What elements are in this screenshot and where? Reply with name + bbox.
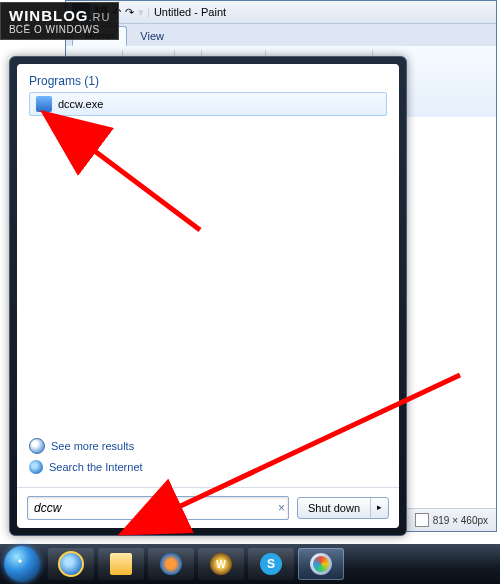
taskbar-wow[interactable]: W xyxy=(198,548,244,580)
paint-titlebar[interactable]: 💾 ↶ ↷ ▾ | Untitled - Paint xyxy=(66,1,496,24)
folder-icon xyxy=(110,553,132,575)
tab-view[interactable]: View xyxy=(127,26,177,46)
start-button[interactable] xyxy=(4,546,40,582)
taskbar-explorer[interactable] xyxy=(98,548,144,580)
search-internet-link[interactable]: Search the Internet xyxy=(29,457,387,477)
skype-icon: S xyxy=(260,553,282,575)
taskbar-skype[interactable]: S xyxy=(248,548,294,580)
shutdown-button-group: Shut down ▸ xyxy=(297,497,389,519)
taskbar-ie[interactable] xyxy=(48,548,94,580)
canvas-dimensions: 819 × 460px xyxy=(433,515,488,526)
clear-search-icon[interactable]: × xyxy=(278,501,285,515)
watermark-tagline: ВСЁ О WINDOWS xyxy=(9,24,110,35)
qat-redo-icon[interactable]: ↷ xyxy=(125,6,134,19)
program-icon xyxy=(36,96,52,112)
wow-icon: W xyxy=(210,553,232,575)
dimensions-icon xyxy=(415,513,429,527)
search-result-label: dccw.exe xyxy=(58,98,103,110)
search-input[interactable] xyxy=(27,496,289,520)
paint-icon xyxy=(310,553,332,575)
ie-icon xyxy=(58,551,84,577)
taskbar-wmp[interactable] xyxy=(148,548,194,580)
search-category-programs: Programs (1) xyxy=(29,74,387,88)
search-result-dccw[interactable]: dccw.exe xyxy=(29,92,387,116)
search-icon xyxy=(29,438,45,454)
watermark-brand: WINBLOG xyxy=(9,7,89,24)
paint-title: Untitled - Paint xyxy=(154,6,226,18)
start-menu: Programs (1) dccw.exe See more results S… xyxy=(9,56,407,536)
shutdown-button[interactable]: Shut down xyxy=(298,498,371,518)
shutdown-options-arrow[interactable]: ▸ xyxy=(371,498,388,518)
wmp-icon xyxy=(160,553,182,575)
ribbon-tabs: Home View xyxy=(66,24,496,46)
title-separator: ▾ | xyxy=(138,6,150,19)
start-search-box[interactable]: × xyxy=(27,496,289,520)
ie-icon xyxy=(29,460,43,474)
see-more-results-link[interactable]: See more results xyxy=(29,435,387,457)
watermark: WINBLOG.RU ВСЁ О WINDOWS xyxy=(0,2,119,40)
watermark-tld: .RU xyxy=(89,11,111,23)
taskbar-paint[interactable] xyxy=(298,548,344,580)
start-menu-footer: × Shut down ▸ xyxy=(17,487,399,528)
taskbar: W S xyxy=(0,544,500,584)
